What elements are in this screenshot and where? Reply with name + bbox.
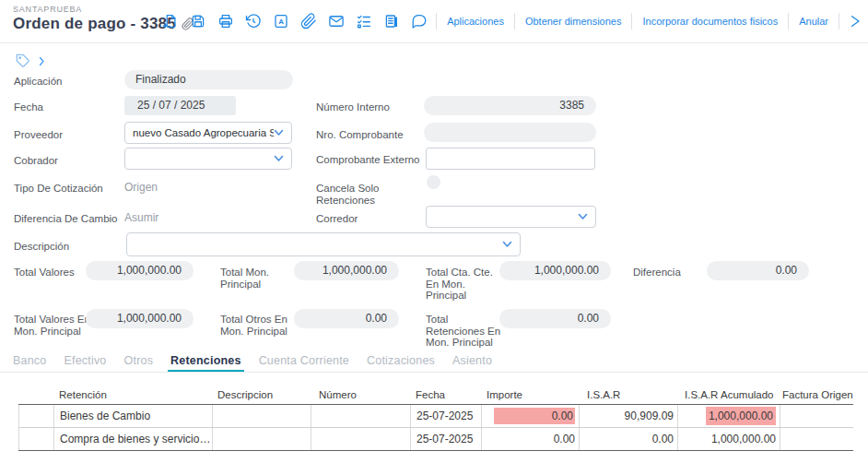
comprobante-externo-input[interactable] bbox=[426, 148, 595, 170]
tab-cotizaciones[interactable]: Cotizaciones bbox=[367, 354, 435, 373]
total-otros-mon-principal-value: 0.00 bbox=[294, 309, 399, 328]
descripcion-select[interactable] bbox=[126, 232, 521, 256]
toolbar-separator bbox=[839, 13, 839, 30]
importe-cell[interactable]: 0.00 bbox=[481, 428, 579, 450]
total-mon-principal-value: 1,000,000.00 bbox=[294, 261, 399, 280]
toolbar-separator bbox=[514, 13, 515, 30]
comprobante-externo-label: Comprobante Externo bbox=[316, 154, 420, 166]
tab-retenciones[interactable]: Retenciones bbox=[170, 354, 241, 373]
fecha-cell[interactable]: 25-07-2025 bbox=[410, 428, 481, 450]
importe-cell[interactable]: 0.00 bbox=[481, 405, 579, 427]
row-selector-cell[interactable] bbox=[18, 428, 53, 450]
obtener-dimensiones-button[interactable]: Obtener dimensiones bbox=[523, 16, 624, 27]
orden-de-pago-page: SANTAPRUEBA Orden de pago - 3385 bbox=[0, 0, 868, 463]
diferencia-label: Diferencia bbox=[633, 267, 681, 279]
tab-asiento[interactable]: Asiento bbox=[452, 354, 492, 373]
diferencia-value: 0.00 bbox=[707, 261, 809, 280]
tags-row bbox=[16, 53, 47, 68]
tag-icon[interactable] bbox=[16, 53, 30, 68]
col-isar: I.S.A.R bbox=[579, 386, 677, 404]
history-icon[interactable] bbox=[245, 13, 262, 30]
svg-text:A: A bbox=[278, 18, 284, 26]
nro-comprobante-field bbox=[424, 123, 596, 142]
isar-cell[interactable]: 0.00 bbox=[579, 428, 677, 450]
row-selector-column-header bbox=[18, 386, 53, 404]
col-retencion: Retención bbox=[53, 386, 212, 404]
chevron-down-icon bbox=[502, 241, 512, 248]
proveedor-select[interactable]: nuevo Casado Agropecuaria SA bbox=[124, 122, 292, 144]
email-icon[interactable] bbox=[328, 13, 345, 30]
aplicacion-label: Aplicación bbox=[14, 76, 62, 88]
toolbar-separator bbox=[631, 13, 632, 30]
retencion-cell[interactable]: Bienes de Cambio bbox=[53, 405, 212, 427]
new-document-icon[interactable] bbox=[162, 13, 179, 30]
fecha-label: Fecha bbox=[14, 101, 43, 113]
toolbar-separator bbox=[788, 13, 789, 30]
diferencia-cambio-value: Asumir bbox=[124, 211, 158, 224]
nro-comprobante-label: Nro. Comprobante bbox=[316, 129, 404, 141]
cobrador-label: Cobrador bbox=[14, 155, 58, 167]
importe-highlight: 0.00 bbox=[494, 408, 575, 424]
numero-cell[interactable] bbox=[311, 428, 410, 450]
isar-cell[interactable]: 90,909.09 bbox=[579, 405, 677, 427]
tab-efectivo[interactable]: Efectivo bbox=[64, 354, 106, 373]
cobrador-select[interactable] bbox=[124, 148, 292, 170]
col-numero: Número bbox=[311, 386, 410, 404]
isar-acumulado-cell[interactable]: 1,000,000.00 bbox=[677, 428, 780, 450]
aplicacion-field: Finalizado bbox=[124, 70, 293, 89]
factura-origen-cell[interactable] bbox=[780, 428, 853, 450]
numero-cell[interactable] bbox=[311, 405, 410, 427]
total-otros-mon-principal-label: Total Otros En Mon. Principal bbox=[220, 314, 294, 337]
fecha-field: 25 / 07 / 2025 bbox=[124, 96, 236, 115]
corredor-label: Corredor bbox=[316, 213, 358, 225]
total-cta-cte-value: 1,000,000.00 bbox=[499, 261, 611, 280]
col-isar-acumulado: I.S.A.R Acumulado bbox=[677, 386, 780, 404]
tab-cuenta-corriente[interactable]: Cuenta Corriente bbox=[259, 354, 349, 373]
table-header-row: Retención Descripcion Número Fecha Impor… bbox=[18, 386, 853, 405]
descripcion-label: Descripción bbox=[14, 241, 69, 253]
descripcion-cell[interactable] bbox=[212, 428, 311, 450]
incorporar-documentos-fisicos-button[interactable]: Incorporar documentos fisicos bbox=[640, 16, 780, 27]
total-valores-mon-principal-label: Total Valores En Mon. Principal bbox=[14, 314, 93, 337]
row-selector-cell[interactable] bbox=[18, 405, 53, 427]
journal-icon[interactable] bbox=[383, 13, 400, 30]
retencion-cell[interactable]: Compra de bienes y servicios al… bbox=[53, 428, 212, 450]
corredor-select[interactable] bbox=[426, 206, 596, 228]
comment-icon[interactable] bbox=[411, 13, 428, 30]
attachment-icon[interactable] bbox=[300, 13, 317, 30]
isar-acumulado-cell[interactable]: 1,000,000.00 bbox=[677, 405, 780, 427]
tab-banco[interactable]: Banco bbox=[13, 354, 46, 373]
col-descripcion: Descripcion bbox=[212, 386, 311, 404]
save-icon[interactable] bbox=[190, 13, 206, 30]
total-retenciones-mon-principal-value: 0.00 bbox=[499, 309, 611, 328]
table-row[interactable]: Compra de bienes y servicios al… 25-07-2… bbox=[18, 428, 853, 451]
isar-acumulado-highlight: 1,000,000.00 bbox=[706, 407, 776, 425]
total-valores-value: 1,000,000.00 bbox=[86, 261, 194, 280]
total-retenciones-mon-principal-label: Total Retenciones En Mon. Principal bbox=[426, 314, 505, 349]
numero-interno-field: 3385 bbox=[424, 96, 596, 115]
retenciones-table: Retención Descripcion Número Fecha Impor… bbox=[18, 386, 853, 451]
cancela-solo-retenciones-toggle[interactable] bbox=[427, 175, 440, 189]
tabs-divider bbox=[0, 372, 868, 373]
total-mon-principal-label: Total Mon. Principal bbox=[220, 267, 287, 290]
tipo-cotizacion-label: Tipo De Cotización bbox=[14, 183, 103, 195]
proveedor-value: nuevo Casado Agropecuaria SA bbox=[133, 127, 274, 138]
table-row[interactable]: Bienes de Cambio 25-07-2025 0.00 90,909.… bbox=[18, 405, 853, 428]
print-icon[interactable] bbox=[217, 13, 234, 30]
tipo-cotizacion-value: Origen bbox=[124, 181, 158, 194]
factura-origen-cell[interactable] bbox=[780, 405, 853, 427]
expand-tags-chevron-icon[interactable] bbox=[36, 55, 47, 67]
text-document-icon[interactable]: A bbox=[273, 13, 289, 30]
aplicaciones-button[interactable]: Aplicaciones bbox=[445, 16, 506, 27]
more-actions-chevron-icon[interactable] bbox=[848, 14, 862, 29]
fecha-cell[interactable]: 25-07-2025 bbox=[410, 405, 481, 427]
toolbar-separator bbox=[436, 13, 437, 30]
tabs: Banco Efectivo Otros Retenciones Cuenta … bbox=[13, 354, 492, 373]
checklist-icon[interactable] bbox=[356, 13, 372, 30]
page-title: Orden de pago - 3385 bbox=[13, 15, 176, 33]
total-valores-mon-principal-value: 1,000,000.00 bbox=[86, 309, 194, 328]
tab-otros[interactable]: Otros bbox=[124, 354, 154, 373]
descripcion-cell[interactable] bbox=[212, 405, 311, 427]
anular-button[interactable]: Anular bbox=[797, 16, 830, 27]
col-fecha: Fecha bbox=[410, 386, 481, 404]
